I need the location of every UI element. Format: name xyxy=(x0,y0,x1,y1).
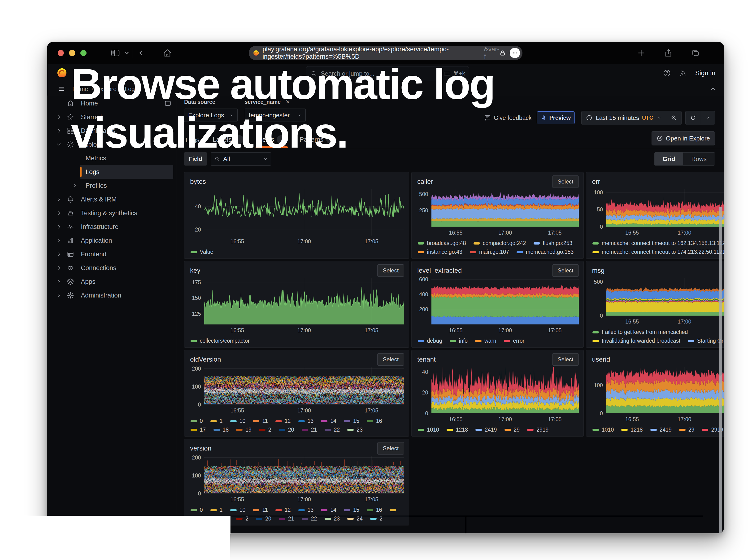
legend-item[interactable]: 23 xyxy=(325,516,340,522)
legend-item[interactable]: 10 xyxy=(230,418,246,424)
legend-item[interactable]: collectors/compactor xyxy=(190,338,250,344)
help-icon[interactable] xyxy=(663,69,671,77)
refresh-button[interactable] xyxy=(685,114,701,121)
legend-item[interactable]: 16 xyxy=(367,507,382,513)
legend-item[interactable]: 11 xyxy=(253,418,268,424)
legend-item[interactable]: error xyxy=(504,338,524,344)
tab-overview-icon[interactable] xyxy=(691,48,700,58)
legend-item[interactable]: 2 xyxy=(370,516,382,522)
legend-item[interactable]: 12 xyxy=(275,507,291,513)
zoom-out-button[interactable] xyxy=(666,114,681,121)
legend-item[interactable]: 23 xyxy=(347,427,363,433)
zoom-window-button[interactable] xyxy=(80,50,87,56)
legend-item[interactable]: compactor.go:242 xyxy=(473,240,526,247)
legend-item[interactable]: 18 xyxy=(213,427,229,433)
legend-item[interactable]: 29 xyxy=(679,427,695,433)
new-tab-icon[interactable] xyxy=(636,48,646,58)
legend-item[interactable]: 22 xyxy=(325,427,340,433)
chevron-down-icon[interactable] xyxy=(122,48,132,58)
chevron-down-icon[interactable] xyxy=(56,141,62,147)
chart-plot[interactable]: 40200 xyxy=(431,367,579,413)
legend-item[interactable]: main.go:107 xyxy=(470,249,509,255)
scrollbar[interactable] xyxy=(719,207,722,533)
menu-icon[interactable] xyxy=(58,85,65,93)
legend-item[interactable]: 1 xyxy=(210,418,223,424)
chart-plot[interactable]: 175150125 xyxy=(204,278,404,324)
layout-toggle-rows[interactable]: Rows xyxy=(683,153,715,165)
legend-item[interactable]: 2 xyxy=(259,427,272,433)
legend-item[interactable]: 16 xyxy=(367,418,382,424)
chevron-right-icon[interactable] xyxy=(56,292,62,299)
chevron-right-icon[interactable] xyxy=(56,251,62,257)
legend-item[interactable]: Starting Grafana Enterpri xyxy=(688,338,724,344)
legend-item[interactable]: info xyxy=(450,338,468,344)
legend-item[interactable]: 14 xyxy=(321,418,336,424)
chevron-right-icon[interactable] xyxy=(56,128,62,134)
legend-item[interactable]: 1218 xyxy=(447,427,468,433)
minimize-window-button[interactable] xyxy=(69,50,75,56)
legend-item[interactable]: memcached.go:153 xyxy=(517,249,574,255)
legend-item[interactable]: 2 xyxy=(236,516,249,522)
legend-item[interactable]: 15 xyxy=(344,418,359,424)
chevron-right-icon[interactable] xyxy=(56,196,62,203)
select-button[interactable]: Select xyxy=(552,353,579,366)
select-button[interactable]: Select xyxy=(377,442,404,454)
legend-item[interactable]: 1010 xyxy=(592,427,614,433)
legend-item[interactable]: 14 xyxy=(321,507,336,513)
sidebar-item-alerts-irm[interactable]: Alerts & IRM xyxy=(47,192,177,206)
legend-item[interactable]: 0 xyxy=(190,507,203,513)
legend-item[interactable]: 13 xyxy=(298,418,314,424)
legend-item[interactable]: 21 xyxy=(302,427,317,433)
sidebar-item-frontend[interactable]: Frontend xyxy=(47,247,177,261)
more-options-icon[interactable] xyxy=(510,48,520,58)
legend-item[interactable]: 20 xyxy=(256,516,272,522)
open-in-explore-button[interactable]: Open in Explore xyxy=(652,131,715,145)
chart-plot[interactable]: 600400200 xyxy=(431,278,579,324)
legend-item[interactable]: memcache: connect timeout to 162.134.158… xyxy=(592,240,724,247)
legend-item[interactable]: 13 xyxy=(298,507,314,513)
sidebar-item-profiles[interactable]: Profiles xyxy=(80,179,173,192)
layout-toggle-grid[interactable]: Grid xyxy=(655,153,683,165)
legend-item[interactable]: Value xyxy=(190,249,213,255)
select-button[interactable]: Select xyxy=(377,353,404,366)
select-button[interactable]: Select xyxy=(552,264,579,277)
sidebar-item-logs[interactable]: Logs xyxy=(80,165,173,179)
chart-plot[interactable]: 1000 xyxy=(606,367,724,413)
legend-item[interactable]: 0 xyxy=(190,418,203,424)
legend-item[interactable]: 17 xyxy=(190,427,206,433)
legend-item[interactable]: 2419 xyxy=(650,427,672,433)
legend-item[interactable]: 2919 xyxy=(527,427,548,433)
chevron-up-icon[interactable] xyxy=(709,85,717,93)
legend-item[interactable]: broadcast.go:48 xyxy=(418,240,466,247)
select-button[interactable]: Select xyxy=(552,176,579,188)
legend-item[interactable]: 11 xyxy=(253,507,268,513)
news-rss-icon[interactable] xyxy=(679,69,687,77)
chevron-right-icon[interactable] xyxy=(56,224,62,230)
chevron-right-icon[interactable] xyxy=(56,237,62,243)
chart-plot[interactable]: 2001000 xyxy=(204,456,404,493)
select-button[interactable]: Select xyxy=(377,264,404,277)
legend-item[interactable] xyxy=(390,509,399,511)
chart-plot[interactable]: 2001000 xyxy=(204,367,404,405)
legend-item[interactable]: 20 xyxy=(279,427,294,433)
url-bar[interactable]: play.grafana.org/a/grafana-lokiexplore-a… xyxy=(249,46,522,60)
chart-plot[interactable]: 500250 xyxy=(431,189,579,227)
home-nav-icon[interactable] xyxy=(163,48,172,58)
legend-item[interactable]: 1218 xyxy=(621,427,642,433)
chart-plot[interactable]: 100500 xyxy=(606,189,724,227)
legend-item[interactable]: debug xyxy=(418,338,442,344)
time-range-picker[interactable]: Last 15 minutes UTC xyxy=(581,111,682,125)
legend-item[interactable]: memcache: connect timeout to 174.213.22.… xyxy=(592,249,724,255)
legend-item[interactable]: warn xyxy=(475,338,496,344)
sidebar-item-connections[interactable]: Connections xyxy=(47,261,177,275)
sidebar-item-apps[interactable]: Apps xyxy=(47,275,177,288)
legend-item[interactable]: flush.go:253 xyxy=(534,240,572,247)
chevron-right-icon[interactable] xyxy=(56,265,62,271)
legend-item[interactable]: 19 xyxy=(236,427,252,433)
legend-item[interactable]: 21 xyxy=(279,516,294,522)
chart-plot[interactable]: 4020 xyxy=(204,189,404,236)
legend-item[interactable]: 15 xyxy=(344,507,359,513)
share-icon[interactable] xyxy=(663,48,673,58)
legend-item[interactable]: 29 xyxy=(505,427,520,433)
legend-item[interactable]: instance.go:43 xyxy=(418,249,462,255)
